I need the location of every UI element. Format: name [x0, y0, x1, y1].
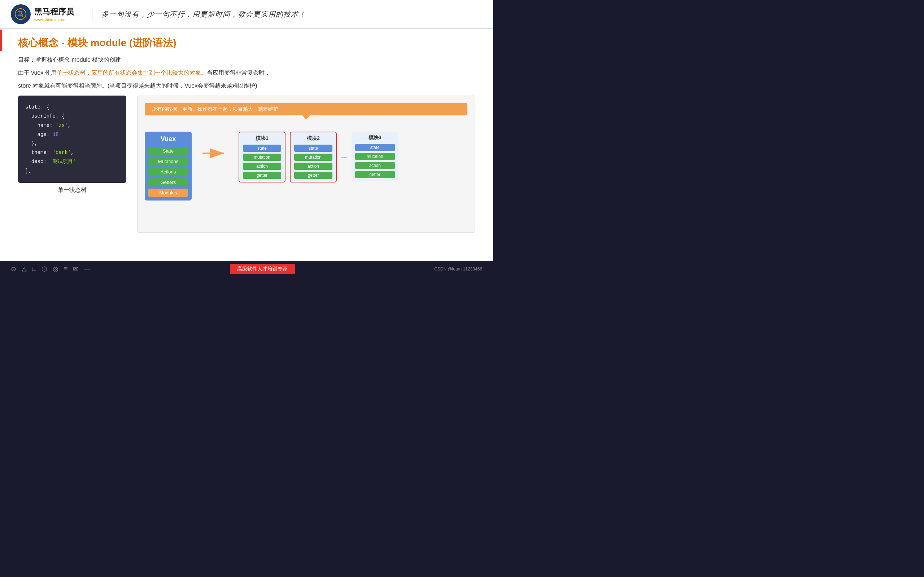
module-3-action: action	[355, 162, 395, 169]
icon-5[interactable]: ◎	[53, 265, 58, 273]
module-box-3: 模块3 state mutation action getter	[352, 132, 399, 181]
main-section: state: { userInfo: { name: 'zs', age: 18…	[18, 95, 475, 233]
svg-text:马: 马	[17, 10, 24, 18]
code-line-5: },	[25, 141, 37, 147]
diagram-main: Vuex State Mutations Actions Getters Mod…	[145, 132, 467, 200]
bottom-icons: ⊙ △ □ ⬡ ◎ ≡ ✉ —	[11, 265, 90, 273]
icon-6[interactable]: ≡	[64, 265, 68, 273]
code-line-3: name: 'zs',	[25, 122, 71, 128]
ellipsis: ···	[341, 153, 347, 161]
objective-text: 目标：掌握核心概念 module 模块的创建	[18, 56, 475, 64]
module-1-state: state	[243, 145, 281, 152]
code-line-4: age: 18	[25, 132, 58, 137]
warning-banner: 所有的数据、更新、操作都在一起，项目越大、越难维护	[145, 103, 467, 115]
content-area: 核心概念 - 模块 module (进阶语法) 目标：掌握核心概念 module…	[0, 29, 493, 261]
vuex-actions: Actions	[149, 168, 188, 176]
diagram-inner: 所有的数据、更新、操作都在一起，项目越大、越难维护 Vuex State Mut…	[145, 103, 467, 225]
code-block-wrapper: state: { userInfo: { name: 'zs', age: 18…	[18, 95, 126, 233]
icon-7[interactable]: ✉	[73, 265, 78, 273]
code-line-7: desc: '测试项目'	[25, 159, 76, 164]
module-box-1: 模块1 state mutation action getter	[239, 132, 286, 182]
bottom-bar: ⊙ △ □ ⬡ ◎ ≡ ✉ — 高级软件人才培训专家 CSDN @learn 1…	[0, 261, 493, 277]
vuex-title: Vuex	[161, 135, 176, 143]
page-title: 核心概念 - 模块 module (进阶语法)	[18, 36, 475, 50]
vuex-getters: Getters	[149, 178, 188, 187]
header-divider	[92, 7, 92, 21]
vuex-mutations: Mutations	[149, 157, 188, 166]
logo-url: www.itheima.com	[34, 17, 74, 22]
logo-icon: 马	[11, 4, 31, 24]
code-label: 单一状态树	[18, 187, 126, 194]
module-1-title: 模块1	[255, 135, 268, 142]
desc-text-1: 由于 vuex 使用单一状态树，应用的所有状态会集中到一个比较大的对象。当应用变…	[18, 68, 475, 77]
icon-1[interactable]: ⊙	[11, 265, 16, 273]
diagram: 所有的数据、更新、操作都在一起，项目越大、越难维护 Vuex State Mut…	[137, 95, 475, 233]
module-3-getter: getter	[355, 171, 395, 178]
bottom-badge: 高级软件人才培训专家	[230, 264, 295, 274]
logo-text: 黑马程序员 www.itheima.com	[34, 6, 74, 22]
code-block: state: { userInfo: { name: 'zs', age: 18…	[18, 95, 126, 183]
vuex-state: State	[149, 147, 188, 155]
header-slogan: 多一句没有，少一句不行，用更短时间，教会更实用的技术！	[102, 10, 306, 19]
module-2-action: action	[294, 163, 333, 170]
arrow-svg	[201, 146, 229, 161]
module-3-title: 模块3	[368, 134, 381, 141]
icon-2[interactable]: △	[22, 265, 27, 273]
module-1-getter: getter	[243, 172, 281, 179]
arrow-container	[201, 146, 229, 161]
code-line-2: userInfo: {	[25, 113, 65, 119]
icon-3[interactable]: □	[32, 265, 36, 273]
vuex-modules: Modules	[149, 189, 188, 197]
icon-4[interactable]: ⬡	[42, 265, 47, 273]
red-accent-bar	[0, 29, 2, 51]
desc-text-2: store 对象就有可能变得相当臃肿。(当项目变得越来越大的时候，Vuex会变得…	[18, 81, 475, 90]
logo-name: 黑马程序员	[34, 6, 74, 17]
logo-area: 马 黑马程序员 www.itheima.com	[11, 4, 83, 24]
code-line-8: },	[25, 168, 31, 174]
highlight-text-1: 单一状态树，应用的所有状态会集中到一个比较大的对象	[57, 69, 201, 76]
slide: 马 黑马程序员 www.itheima.com 多一句没有，少一句不行，用更短时…	[0, 0, 493, 277]
module-1-mutation: mutation	[243, 154, 281, 161]
modules-container: 模块1 state mutation action getter 模块2 sta…	[239, 132, 399, 182]
module-2-title: 模块2	[307, 135, 320, 142]
module-3-state: state	[355, 144, 395, 151]
icon-8[interactable]: —	[84, 265, 90, 273]
vuex-box: Vuex State Mutations Actions Getters Mod…	[145, 132, 192, 200]
code-line-6: theme: 'dark',	[25, 150, 74, 155]
module-box-2: 模块2 state mutation action getter	[290, 132, 337, 182]
module-3-mutation: mutation	[355, 153, 395, 160]
header: 马 黑马程序员 www.itheima.com 多一句没有，少一句不行，用更短时…	[0, 0, 493, 29]
module-2-getter: getter	[294, 172, 333, 179]
bottom-csdn: CSDN @learn 11233466	[434, 266, 482, 272]
code-line-1: state: {	[25, 104, 50, 110]
module-2-mutation: mutation	[294, 154, 333, 161]
module-2-state: state	[294, 145, 333, 152]
module-1-action: action	[243, 163, 281, 170]
